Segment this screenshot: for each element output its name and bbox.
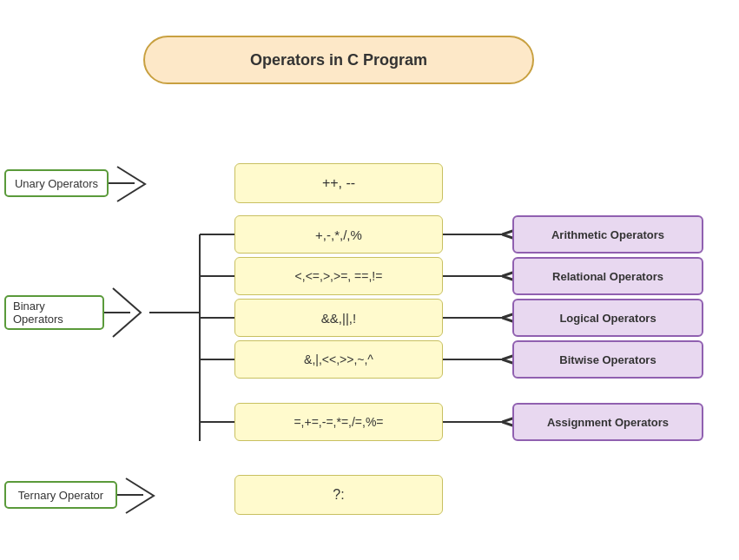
binary-item-3: &,|,<<,>>,~,^: [234, 340, 443, 379]
binary-triangle: [111, 287, 142, 339]
root-label: Operators in C Program: [250, 51, 427, 69]
binary-item-1: <,<=,>,>=, ==,!=: [234, 257, 443, 295]
binary-item-0: +,-,*,/,%: [234, 215, 443, 254]
bitwise-label: Bitwise Operators: [512, 340, 703, 379]
unary-content: ++, --: [234, 163, 443, 203]
diagram: Operators in C Program Unary Operators +…: [0, 0, 739, 560]
logical-label: Logical Operators: [512, 299, 703, 337]
root-node: Operators in C Program: [143, 36, 534, 84]
ternary-content: ?:: [234, 475, 443, 515]
assignment-label: Assignment Operators: [512, 403, 703, 441]
binary-item-2: &&,||,!: [234, 299, 443, 337]
binary-item-4: =,+=,-=,*=,/=,%=: [234, 403, 443, 441]
arithmetic-label: Arithmetic Operators: [512, 215, 703, 254]
unary-label: Unary Operators: [4, 169, 109, 197]
relational-label: Relational Operators: [512, 257, 703, 295]
unary-triangle: [115, 165, 147, 203]
binary-label: Binary Operators: [4, 295, 104, 330]
ternary-triangle: [124, 477, 155, 515]
ternary-label: Ternary Operator: [4, 481, 117, 509]
